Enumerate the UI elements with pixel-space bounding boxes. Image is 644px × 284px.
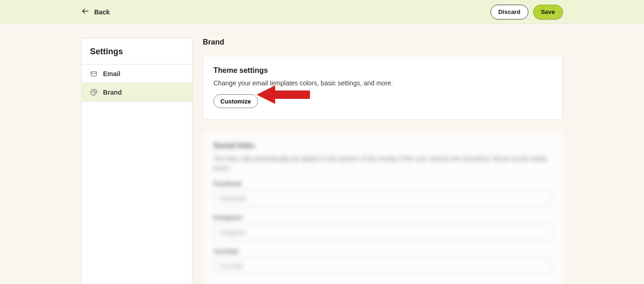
sidebar-item-label: Brand <box>103 89 122 96</box>
topbar-actions: Discard Save <box>490 5 563 19</box>
svg-point-2 <box>92 91 92 92</box>
social-field-label: YouTube <box>213 248 552 255</box>
svg-rect-1 <box>91 71 97 76</box>
back-label: Back <box>94 8 109 16</box>
back-button[interactable]: Back <box>81 7 109 17</box>
settings-sidebar: Settings Email Brand <box>81 38 193 284</box>
sidebar-item-brand[interactable]: Brand <box>82 83 192 102</box>
sidebar-item-label: Email <box>103 70 120 77</box>
main-content: Brand Theme settings Change your email t… <box>203 38 563 284</box>
social-field-label: Facebook <box>213 180 552 187</box>
instagram-input <box>213 224 552 240</box>
social-field-label: Instagram <box>213 214 552 221</box>
palette-icon <box>90 89 97 96</box>
theme-card-heading: Theme settings <box>213 66 552 75</box>
social-card-heading: Social links <box>213 142 552 150</box>
theme-card-description: Change your email templates colors, basi… <box>213 79 552 87</box>
youtube-input <box>213 258 552 274</box>
save-button[interactable]: Save <box>533 5 563 19</box>
page-title: Brand <box>203 38 563 46</box>
sidebar-item-email[interactable]: Email <box>82 65 192 83</box>
svg-point-4 <box>95 91 95 92</box>
svg-marker-5 <box>257 85 310 104</box>
customize-button[interactable]: Customize <box>213 94 258 108</box>
facebook-input <box>213 190 552 207</box>
sidebar-title: Settings <box>82 39 192 65</box>
arrow-left-icon <box>81 7 90 17</box>
discard-button[interactable]: Discard <box>490 5 528 19</box>
social-links-card-blurred: Social links The links will automaticall… <box>203 131 563 284</box>
envelope-icon <box>90 70 97 77</box>
svg-point-3 <box>93 90 94 91</box>
topbar: Back Discard Save <box>0 0 644 24</box>
social-card-description: The links will automatically be added to… <box>213 155 552 173</box>
theme-settings-card: Theme settings Change your email templat… <box>203 56 563 120</box>
content: Settings Email Brand Bran <box>0 24 644 284</box>
